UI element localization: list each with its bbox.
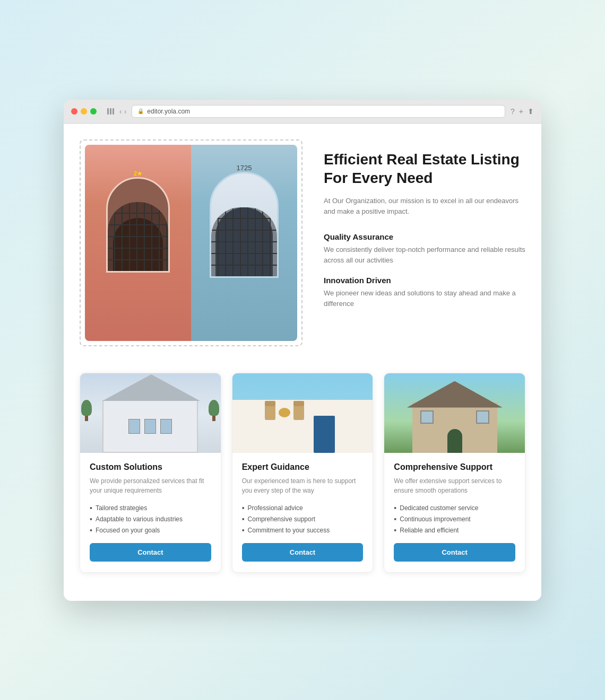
help-icon[interactable]: ? [511,107,515,116]
share-icon[interactable]: ⬆ [528,107,534,116]
door-right: 1725 [191,145,297,341]
browser-window: ‹ › 🔒 editor.yola.com ? + ⬆ 2★ [64,100,541,601]
feature-quality-title: Quality Assurance [324,232,525,241]
hero-section: 2★ 1725 [80,139,525,346]
list-item: Commitment to your success [242,526,364,535]
card3-image [384,373,525,453]
house1-trees [81,400,219,453]
chairs [265,405,304,420]
door-number-right: 1725 [237,164,252,172]
door-gate-right [211,207,277,276]
browser-toolbar: ‹ › 🔒 editor.yola.com ? + ⬆ [64,100,541,124]
hero-text: Efficient Real Estate Listing For Every … [324,139,525,320]
list-item: Professional advice [242,504,364,512]
list-item: Tailored strategies [90,504,211,512]
card3-contact-button[interactable]: Contact [394,543,515,562]
feature-quality-desc: We consistently deliver top-notch perfor… [324,244,525,265]
house3-body [412,402,497,453]
table [279,408,290,417]
house3-door [447,429,462,453]
close-button[interactable] [71,108,77,115]
list-item: Reliable and efficient [394,526,515,535]
traffic-lights [71,108,97,115]
card1-list: Tailored strategies Adaptable to various… [90,504,211,535]
list-item: Comprehensive support [242,515,364,523]
back-arrow[interactable]: ‹ [119,107,122,116]
house3-window-right [476,410,489,424]
hero-image-container: 2★ 1725 [80,139,302,346]
hero-title: Efficient Real Estate Listing For Every … [324,150,525,187]
door-gate-left [108,202,168,271]
cards-section: Custom Solutions We provide personalized… [80,373,525,573]
address-bar[interactable]: 🔒 editor.yola.com [132,105,505,118]
card2-title: Expert Guidance [242,462,364,472]
house2-facade [232,400,373,453]
maximize-button[interactable] [90,108,97,115]
url-text: editor.yola.com [147,108,190,115]
feature-innovation: Innovation Driven We pioneer new ideas a… [324,276,525,309]
card3-title: Comprehensive Support [394,462,515,472]
card3-body: Comprehensive Support We offer extensive… [384,453,525,572]
hero-subtitle: At Our Organization, our mission is to e… [324,196,525,218]
door-left: 2★ [85,145,191,341]
list-item: Dedicated customer service [394,504,515,512]
house2-illustration [232,373,373,453]
house3-window-left [420,410,434,424]
feature-innovation-desc: We pioneer new ideas and solutions to st… [324,288,525,309]
card1-image [80,373,221,453]
page-content: 2★ 1725 [64,124,541,601]
list-item: Continuous improvement [394,515,515,523]
list-item: Focused on your goals [90,526,211,535]
blue-door [314,416,335,453]
toolbar-actions: ? + ⬆ [511,107,534,116]
hero-image: 2★ 1725 [85,145,297,341]
minimize-button[interactable] [81,108,87,115]
card1-body: Custom Solutions We provide personalized… [80,453,221,572]
card-custom-solutions: Custom Solutions We provide personalized… [80,373,221,573]
card1-desc: We provide personalized services that fi… [90,476,211,495]
card1-contact-button[interactable]: Contact [90,543,211,562]
nav-arrows: ‹ › [119,107,126,116]
card2-image [232,373,373,453]
door-arch-left [106,177,170,273]
sidebar-toggle-icon[interactable] [107,108,114,115]
card-comprehensive-support: Comprehensive Support We offer extensive… [384,373,525,573]
feature-innovation-title: Innovation Driven [324,276,525,285]
add-tab-icon[interactable]: + [519,107,523,116]
feature-quality: Quality Assurance We consistently delive… [324,232,525,265]
chair1 [265,405,275,420]
card3-desc: We offer extensive support services to e… [394,476,515,495]
door-arch-right [210,172,279,278]
card3-list: Dedicated customer service Continuous im… [394,504,515,535]
list-item: Adaptable to various industries [90,515,211,523]
forward-arrow[interactable]: › [124,107,127,116]
house3-roof [407,381,503,408]
card2-desc: Our experienced team is here to support … [242,476,364,495]
image-selection-border: 2★ 1725 [80,139,302,346]
card2-contact-button[interactable]: Contact [242,543,364,562]
house1-illustration [80,373,221,453]
card2-body: Expert Guidance Our experienced team is … [232,453,373,572]
lock-icon: 🔒 [137,108,144,114]
card2-list: Professional advice Comprehensive suppor… [242,504,364,535]
chair2 [293,405,304,420]
door-number-left: 2★ [134,170,142,177]
card1-title: Custom Solutions [90,462,211,472]
card-expert-guidance: Expert Guidance Our experienced team is … [232,373,374,573]
house3-illustration [384,373,525,453]
